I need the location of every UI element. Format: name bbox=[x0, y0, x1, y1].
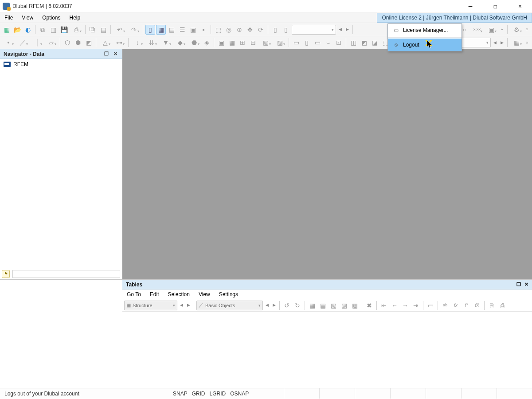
navigator-dock-button[interactable]: ❐ bbox=[103, 51, 110, 57]
tables-menu-settings[interactable]: Settings bbox=[215, 290, 243, 299]
tables-tool-2[interactable]: ↻ bbox=[293, 301, 302, 310]
zoom-extents-button[interactable]: ◎ bbox=[224, 25, 234, 35]
tables-tool-3[interactable]: ▦ bbox=[307, 301, 317, 310]
script-button[interactable]: ☰ bbox=[177, 25, 187, 35]
more-row1b-button[interactable]: » bbox=[524, 25, 530, 35]
license-manager-menu-item[interactable]: ▭ License Manager... bbox=[388, 24, 462, 36]
analysis-tool-4[interactable]: ⊟ bbox=[248, 38, 258, 47]
menu-options[interactable]: Options bbox=[38, 13, 65, 23]
zoom-window-button[interactable]: ⬚ bbox=[213, 25, 223, 35]
filter-icon[interactable]: ⚑ bbox=[2, 270, 10, 278]
tables-combo-structure[interactable]: ▦ Structure ▾ bbox=[124, 301, 177, 310]
tables-tool-export1[interactable]: ⎘ bbox=[487, 301, 497, 310]
load-tool-2[interactable]: ⇊ bbox=[145, 38, 158, 47]
analysis-tool-6[interactable]: ▨ bbox=[273, 38, 286, 47]
analysis-tool-3[interactable]: ⊞ bbox=[238, 38, 247, 47]
line-tool-button[interactable]: ／ bbox=[16, 38, 29, 47]
result-tool-4[interactable]: ⌣ bbox=[323, 38, 333, 47]
lc-prev-button[interactable]: ◀ bbox=[492, 38, 498, 47]
properties-button[interactable]: ▤ bbox=[98, 25, 108, 35]
load-tool-5[interactable]: ⬣ bbox=[188, 38, 201, 47]
tables-close-button[interactable]: ✕ bbox=[524, 282, 528, 287]
tree-root-node[interactable]: RFEM bbox=[3, 61, 119, 68]
format-button[interactable]: x.xx bbox=[470, 25, 484, 35]
model-tool-1[interactable]: ⬡ bbox=[63, 38, 72, 47]
tool-button-1[interactable]: ▪ bbox=[199, 25, 208, 35]
extra-tool-2[interactable]: ◩ bbox=[359, 38, 369, 47]
tables-menu-edit[interactable]: Edit bbox=[145, 290, 164, 299]
extra-tool-3[interactable]: ◪ bbox=[370, 38, 379, 47]
next-view-button[interactable]: ▶ bbox=[344, 25, 350, 35]
tool-last-button[interactable]: ⚙ bbox=[510, 25, 523, 35]
model-tool-3[interactable]: ◩ bbox=[84, 38, 94, 47]
more-row2b-button[interactable]: » bbox=[524, 38, 530, 47]
results-view-button[interactable]: ▦ bbox=[510, 38, 523, 47]
surface-tool-button[interactable]: ▱ bbox=[44, 38, 58, 47]
lc-next-button[interactable]: ▶ bbox=[499, 38, 505, 47]
view-left-button[interactable]: ▯ bbox=[270, 25, 280, 35]
node-tool-button[interactable]: • bbox=[2, 38, 15, 47]
save-button[interactable]: 💾 bbox=[59, 25, 69, 35]
tables-tool-move1[interactable]: ⇤ bbox=[379, 301, 389, 310]
tables-menu-view[interactable]: View bbox=[194, 290, 215, 299]
tables-combo-basic[interactable]: ／ Basic Objects ▾ bbox=[196, 301, 263, 310]
tables-tool-move4[interactable]: ⇥ bbox=[411, 301, 421, 310]
view-mode-2-button[interactable]: ▦ bbox=[156, 25, 166, 35]
close-window-button[interactable] bbox=[513, 2, 527, 11]
result-tool-2[interactable]: ▯ bbox=[302, 38, 312, 47]
redo-button[interactable]: ↷ bbox=[127, 25, 141, 35]
load-tool-3[interactable]: ▼ bbox=[159, 38, 172, 47]
navigator-close-button[interactable]: ✕ bbox=[112, 51, 118, 57]
tables-dock-button[interactable]: ❐ bbox=[516, 282, 521, 287]
model-tool-2[interactable]: ⬢ bbox=[73, 38, 83, 47]
tables-tool-4[interactable]: ▤ bbox=[318, 301, 328, 310]
tables-tool-fx1[interactable]: ab bbox=[440, 301, 450, 310]
result-tool-1[interactable]: ▭ bbox=[291, 38, 301, 47]
zoom-in-button[interactable]: ⊕ bbox=[235, 25, 244, 35]
load-tool-1[interactable]: ↓ bbox=[131, 38, 144, 47]
tables-tool-move3[interactable]: → bbox=[400, 301, 410, 310]
hinge-tool-button[interactable]: ⊶ bbox=[113, 38, 126, 47]
new-file-button[interactable]: ▦ bbox=[2, 25, 12, 35]
menu-view[interactable]: View bbox=[17, 13, 38, 23]
view-right-button[interactable]: ▯ bbox=[281, 25, 291, 35]
tables-tool-5[interactable]: ▧ bbox=[329, 301, 338, 310]
tables-tool-fx2[interactable]: fx bbox=[451, 301, 461, 310]
cloud-button[interactable]: ◐ bbox=[23, 25, 33, 35]
tables-tool-export2[interactable]: ⎙ bbox=[497, 301, 507, 310]
prev-view-button[interactable]: ◀ bbox=[337, 25, 343, 35]
tables-tool-del[interactable]: ✖ bbox=[364, 301, 374, 310]
tables-menu-selection[interactable]: Selection bbox=[164, 290, 194, 299]
result-tool-3[interactable]: ▭ bbox=[313, 38, 322, 47]
extra-tool-1[interactable]: ◫ bbox=[348, 38, 358, 47]
more-row1-button[interactable]: » bbox=[499, 25, 505, 35]
tables-struct-prev[interactable]: ◀ bbox=[178, 301, 184, 310]
view-mode-1-button[interactable]: ▯ bbox=[145, 25, 155, 35]
tables-tool-1[interactable]: ↺ bbox=[282, 301, 292, 310]
tables-tool-win[interactable]: ▭ bbox=[426, 301, 435, 310]
analysis-tool-2[interactable]: ▦ bbox=[227, 38, 237, 47]
tables-basic-prev[interactable]: ◀ bbox=[264, 301, 270, 310]
open-file-button[interactable]: 📂 bbox=[12, 25, 22, 35]
license-banner[interactable]: Online License 2 | Jürgen Theilmann | Dl… bbox=[377, 13, 532, 23]
maximize-button[interactable] bbox=[489, 2, 502, 11]
menu-help[interactable]: Help bbox=[65, 13, 85, 23]
orbit-button[interactable]: ⟳ bbox=[256, 25, 266, 35]
undo-button[interactable]: ↶ bbox=[113, 25, 126, 35]
support-tool-button[interactable]: △ bbox=[98, 38, 112, 47]
analysis-tool-5[interactable]: ▧ bbox=[259, 38, 272, 47]
terminal-button[interactable]: ▣ bbox=[188, 25, 198, 35]
minimize-button[interactable] bbox=[464, 2, 477, 11]
tables-tool-fx3[interactable]: f* bbox=[462, 301, 471, 310]
clipboard-button[interactable]: ⧉ bbox=[38, 25, 47, 35]
paste-button[interactable]: ▥ bbox=[48, 25, 58, 35]
status-indicators[interactable]: SNAP GRID LGRID OSNAP bbox=[168, 391, 253, 397]
tables-tool-6[interactable]: ▨ bbox=[339, 301, 349, 310]
view-combo[interactable]: ▾ bbox=[292, 25, 336, 35]
tables-basic-next[interactable]: ▶ bbox=[271, 301, 277, 310]
navigator-tree[interactable]: RFEM bbox=[0, 59, 122, 268]
tables-tool-fx4[interactable]: fx̄ bbox=[472, 301, 482, 310]
pan-button[interactable]: ✥ bbox=[245, 25, 255, 35]
result-tool-5[interactable]: ⊡ bbox=[334, 38, 344, 47]
tables-struct-next[interactable]: ▶ bbox=[185, 301, 192, 310]
